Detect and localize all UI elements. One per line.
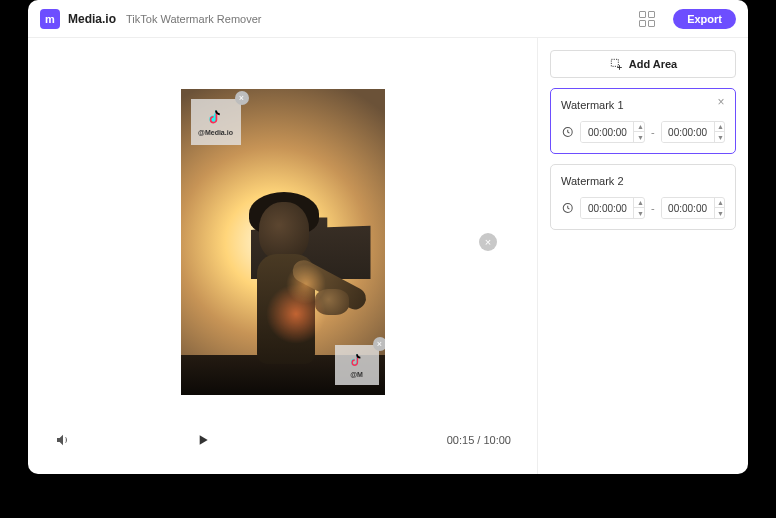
end-time-input[interactable]: ▲▼ (661, 197, 725, 219)
add-area-button[interactable]: Add Area (550, 50, 736, 78)
step-down-icon[interactable]: ▼ (634, 132, 644, 142)
step-up-icon[interactable]: ▲ (715, 122, 725, 132)
card-title: Watermark 1 (561, 99, 725, 111)
delete-all-icon[interactable]: × (479, 233, 497, 251)
apps-grid-icon[interactable] (639, 11, 655, 27)
preview-panel: × @Media.io × @M × (28, 38, 538, 474)
clock-icon (561, 201, 574, 215)
video-canvas: × @Media.io × @M × (48, 58, 517, 426)
play-icon[interactable] (194, 431, 212, 449)
step-up-icon[interactable]: ▲ (715, 198, 725, 208)
watermark-selection-2[interactable]: × @M (335, 345, 379, 385)
start-time-input[interactable]: ▲▼ (580, 197, 644, 219)
main-body: × @Media.io × @M × (28, 38, 748, 474)
svg-rect-0 (611, 59, 618, 66)
sidebar: Add Area × Watermark 1 ▲▼ - ▲▼ (538, 38, 748, 474)
end-time-input[interactable]: ▲▼ (661, 121, 725, 143)
step-down-icon[interactable]: ▼ (634, 208, 644, 218)
volume-icon[interactable] (54, 431, 72, 449)
time-display: 00:15 / 10:00 (447, 434, 511, 446)
step-down-icon[interactable]: ▼ (715, 132, 725, 142)
watermark-handle: @Media.io (198, 129, 233, 136)
video-frame[interactable]: × @Media.io × @M (181, 89, 385, 395)
player-controls: 00:15 / 10:00 (48, 426, 517, 454)
time-range-row: ▲▼ - ▲▼ (561, 121, 725, 143)
topbar: m Media.io TikTok Watermark Remover Expo… (28, 0, 748, 38)
time-range-row: ▲▼ - ▲▼ (561, 197, 725, 219)
watermark-handle: @M (350, 371, 363, 378)
app-window: m Media.io TikTok Watermark Remover Expo… (28, 0, 748, 474)
card-title: Watermark 2 (561, 175, 725, 187)
close-icon[interactable]: × (235, 91, 249, 105)
export-button[interactable]: Export (673, 9, 736, 29)
logo-icon: m (40, 9, 60, 29)
watermark-card-2[interactable]: Watermark 2 ▲▼ - ▲▼ (550, 164, 736, 230)
start-time-input[interactable]: ▲▼ (580, 121, 644, 143)
clock-icon (561, 125, 574, 139)
step-down-icon[interactable]: ▼ (715, 208, 725, 218)
step-up-icon[interactable]: ▲ (634, 122, 644, 132)
watermark-selection-1[interactable]: × @Media.io (191, 99, 241, 145)
close-icon[interactable]: × (373, 337, 385, 351)
step-up-icon[interactable]: ▲ (634, 198, 644, 208)
watermark-card-1[interactable]: × Watermark 1 ▲▼ - ▲▼ (550, 88, 736, 154)
page-title: TikTok Watermark Remover (126, 13, 261, 25)
add-area-icon (609, 57, 623, 71)
add-area-label: Add Area (629, 58, 678, 70)
tiktok-icon (206, 108, 226, 128)
tiktok-icon (348, 352, 366, 370)
brand-name: Media.io (68, 12, 116, 26)
close-icon[interactable]: × (715, 96, 727, 108)
